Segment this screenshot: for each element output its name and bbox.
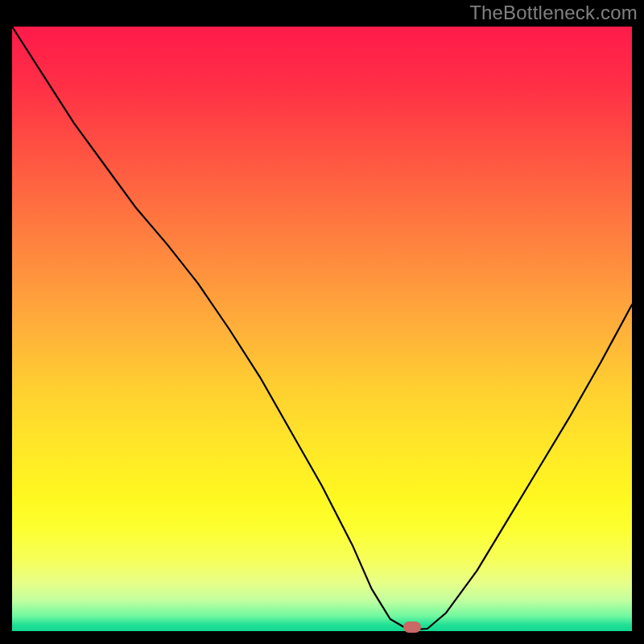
- chart-frame: TheBottleneck.com: [0, 0, 644, 644]
- optimum-marker: [403, 621, 421, 633]
- chart-plot-area: [12, 27, 632, 631]
- gradient-background: [12, 27, 632, 631]
- chart-svg: [12, 27, 632, 631]
- watermark-text: TheBottleneck.com: [469, 2, 638, 24]
